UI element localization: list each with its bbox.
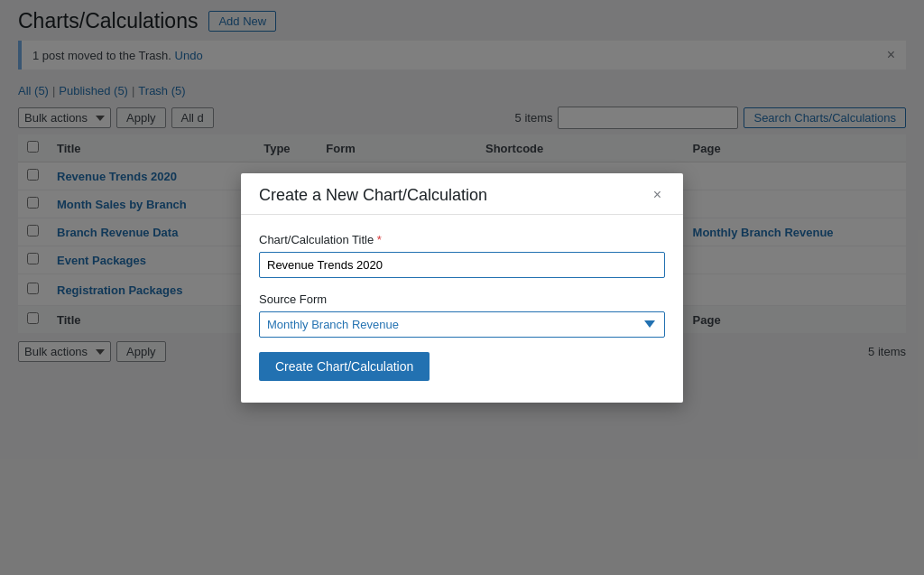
source-form-label: Source Form xyxy=(259,292,665,306)
modal-header: Create a New Chart/Calculation × xyxy=(241,173,683,215)
source-form-group: Source Form Monthly Branch Revenue Event… xyxy=(259,292,665,338)
create-chart-modal: Create a New Chart/Calculation × Chart/C… xyxy=(241,173,683,403)
create-chart-button[interactable]: Create Chart/Calculation xyxy=(259,352,430,381)
page-wrapper: Charts/Calculations Add New 1 post moved… xyxy=(0,0,924,575)
modal-title: Create a New Chart/Calculation xyxy=(259,186,487,205)
chart-title-input[interactable] xyxy=(259,252,665,278)
required-marker: * xyxy=(377,233,382,246)
modal-body: Chart/Calculation Title * Source Form Mo… xyxy=(241,215,683,403)
modal-close-button[interactable]: × xyxy=(650,186,665,204)
title-label: Chart/Calculation Title * xyxy=(259,233,665,246)
modal-overlay[interactable]: Create a New Chart/Calculation × Chart/C… xyxy=(0,0,924,575)
source-form-select[interactable]: Monthly Branch Revenue Event Registratio… xyxy=(259,311,665,338)
title-form-group: Chart/Calculation Title * xyxy=(259,233,665,278)
